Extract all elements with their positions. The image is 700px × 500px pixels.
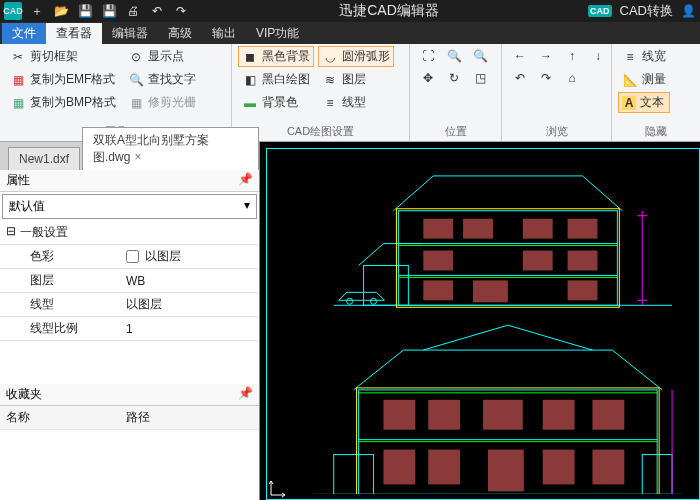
ltype-value[interactable]: 以图层 xyxy=(120,293,259,316)
trim-raster-button[interactable]: ▦修剪光栅 xyxy=(124,92,200,113)
redo-icon[interactable]: ↷ xyxy=(172,2,190,20)
layer-value[interactable]: WB xyxy=(120,269,259,292)
collapse-icon[interactable]: ⊟ xyxy=(6,224,16,241)
pan-icon: ✥ xyxy=(420,70,436,86)
print-icon[interactable]: 🖨 xyxy=(124,2,142,20)
smooth-arc-button[interactable]: ◡圆滑弧形 xyxy=(318,46,394,67)
tab-vip[interactable]: VIP功能 xyxy=(246,23,309,44)
group-browse-label: 浏览 xyxy=(508,122,605,141)
copy-emf-button[interactable]: ▦复制为EMF格式 xyxy=(6,69,120,90)
pan-button[interactable]: ✥ xyxy=(416,68,440,88)
nav-rr-button[interactable]: ↷ xyxy=(534,68,558,88)
bw-icon: ◧ xyxy=(242,72,258,88)
svg-rect-12 xyxy=(423,280,453,300)
svg-rect-36 xyxy=(592,450,624,485)
linewidth-button[interactable]: ≡线宽 xyxy=(618,46,670,67)
rl-icon: ↶ xyxy=(512,70,528,86)
arc-icon: ◡ xyxy=(322,49,338,65)
layer-button[interactable]: ≋图层 xyxy=(318,69,394,90)
linetype-icon: ≡ xyxy=(322,95,338,111)
text-button[interactable]: A文本 xyxy=(618,92,670,113)
svg-rect-35 xyxy=(543,450,575,485)
nav-left-button[interactable]: ← xyxy=(508,46,532,66)
find-text-button[interactable]: 🔍查找文字 xyxy=(124,69,200,90)
ucs-icon xyxy=(268,478,288,498)
user-icon[interactable]: 👤 xyxy=(681,4,696,18)
tab-editor[interactable]: 编辑器 xyxy=(102,23,158,44)
nav-up-button[interactable]: ↑ xyxy=(560,46,584,66)
zoomout-icon: 🔍 xyxy=(472,48,488,64)
svg-rect-2 xyxy=(364,265,409,305)
home-icon: ⌂ xyxy=(564,70,580,86)
tab-viewer[interactable]: 查看器 xyxy=(46,23,102,44)
color-value[interactable]: 以图层 xyxy=(120,245,259,268)
zoom-extents-button[interactable]: ⛶ xyxy=(416,46,440,66)
rr-icon: ↷ xyxy=(538,70,554,86)
file-tab-2[interactable]: 双联A型北向别墅方案图.dwg× xyxy=(82,127,259,170)
svg-rect-30 xyxy=(483,400,523,430)
svg-rect-31 xyxy=(543,400,575,430)
black-bg-button[interactable]: ◼黑色背景 xyxy=(238,46,314,67)
show-points-button[interactable]: ⊙显示点 xyxy=(124,46,200,67)
saveas-icon[interactable]: 💾 xyxy=(100,2,118,20)
file-tab-1[interactable]: New1.dxf xyxy=(8,147,80,170)
group-cad-label: CAD绘图设置 xyxy=(238,122,403,141)
svg-point-21 xyxy=(347,298,353,304)
tab-file[interactable]: 文件 xyxy=(2,23,46,44)
fav-panel-title: 收藏夹 xyxy=(6,386,42,403)
save-icon[interactable]: 💾 xyxy=(76,2,94,20)
default-combo[interactable]: 默认值▾ xyxy=(2,194,257,219)
text-icon: A xyxy=(622,96,636,110)
points-icon: ⊙ xyxy=(128,49,144,65)
svg-rect-8 xyxy=(568,219,598,239)
close-tab-icon[interactable]: × xyxy=(134,150,141,164)
bmp-icon: ▦ xyxy=(10,95,26,111)
nav-home-button[interactable]: ⌂ xyxy=(560,68,584,88)
group-pos-label: 位置 xyxy=(416,122,495,141)
bylayer-checkbox[interactable] xyxy=(126,250,139,263)
ruler-icon: 📐 xyxy=(622,72,638,88)
app-logo-icon: CAD xyxy=(4,2,22,20)
nav-right-button[interactable]: → xyxy=(534,46,558,66)
ltscale-value[interactable]: 1 xyxy=(120,317,259,340)
open-icon[interactable]: 📂 xyxy=(52,2,70,20)
svg-rect-33 xyxy=(383,450,415,485)
copy-bmp-button[interactable]: ▦复制为BMP格式 xyxy=(6,92,120,113)
svg-rect-34 xyxy=(428,450,460,485)
svg-rect-5 xyxy=(423,219,453,239)
bw-draw-button[interactable]: ◧黑白绘图 xyxy=(238,69,314,90)
undo-icon[interactable]: ↶ xyxy=(148,2,166,20)
linew-icon: ≡ xyxy=(622,49,638,65)
nav-down-button[interactable]: ↓ xyxy=(586,46,610,66)
svg-point-22 xyxy=(371,298,377,304)
chevron-down-icon: ▾ xyxy=(244,198,250,215)
crop-frame-button[interactable]: ✂剪切框架 xyxy=(6,46,120,67)
view3d-button[interactable]: ◳ xyxy=(468,68,492,88)
svg-rect-28 xyxy=(383,400,415,430)
svg-rect-32 xyxy=(592,400,624,430)
svg-rect-37 xyxy=(488,450,524,492)
zoom-out-button[interactable]: 🔍 xyxy=(468,46,492,66)
zoomin-icon: 🔍 xyxy=(446,48,462,64)
left-icon: ← xyxy=(512,48,528,64)
tab-advanced[interactable]: 高级 xyxy=(158,23,202,44)
bg-color-button[interactable]: ▬背景色 xyxy=(238,92,314,113)
tab-output[interactable]: 输出 xyxy=(202,23,246,44)
drawing-canvas[interactable] xyxy=(260,142,700,500)
nav-rl-button[interactable]: ↶ xyxy=(508,68,532,88)
search-icon: 🔍 xyxy=(128,72,144,88)
cad-convert-button[interactable]: CAD转换 xyxy=(620,2,673,20)
new-icon[interactable]: ＋ xyxy=(28,2,46,20)
linetype-button[interactable]: ≡线型 xyxy=(318,92,394,113)
pin2-icon[interactable]: 📌 xyxy=(238,386,253,403)
blackbg-icon: ◼ xyxy=(242,49,258,65)
rotate-button[interactable]: ↻ xyxy=(442,68,466,88)
emf-icon: ▦ xyxy=(10,72,26,88)
svg-rect-10 xyxy=(523,251,553,271)
crop-icon: ✂ xyxy=(10,49,26,65)
svg-rect-7 xyxy=(523,219,553,239)
measure-button[interactable]: 📐测量 xyxy=(618,69,670,90)
pin-icon[interactable]: 📌 xyxy=(238,172,253,189)
cube-icon: ◳ xyxy=(472,70,488,86)
zoom-in-button[interactable]: 🔍 xyxy=(442,46,466,66)
